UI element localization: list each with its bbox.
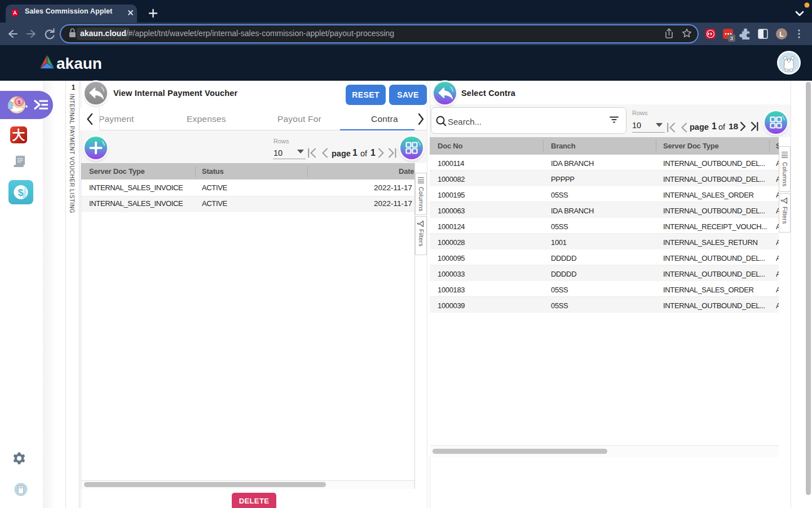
svg-text:$: $ [17, 99, 20, 105]
svg-text:3: 3 [730, 35, 733, 41]
svg-text:L: L [779, 30, 783, 38]
svg-text:大: 大 [12, 128, 25, 142]
svg-text:akaun: akaun [56, 55, 102, 72]
svg-text:$: $ [18, 187, 24, 198]
